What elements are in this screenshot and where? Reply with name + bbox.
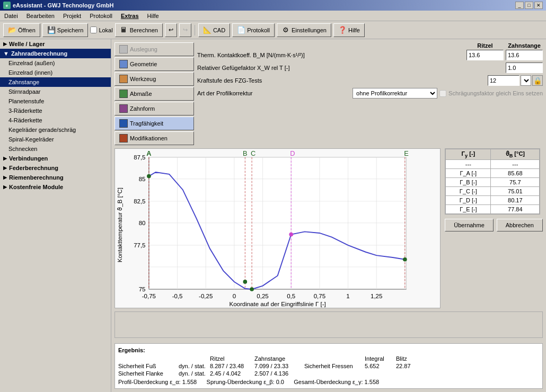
cad-button[interactable]: 📐 CAD bbox=[198, 23, 230, 37]
separator-1 bbox=[195, 25, 195, 35]
therm-ritzel-input[interactable] bbox=[466, 50, 504, 60]
sidebar-item-planetenstufe[interactable]: Planetenstufe bbox=[0, 96, 111, 106]
minimize-button[interactable]: _ bbox=[515, 2, 524, 9]
gesamt-coverage: Gesamt-Überdeckung ε_γ: 1.558 bbox=[294, 379, 379, 385]
calc-button[interactable]: 🖩 Berechnen bbox=[115, 23, 163, 37]
tragfahigkeit-button[interactable]: Tragfähigkeit bbox=[115, 117, 194, 130]
sidebar-section-welle[interactable]: ▶ Welle / Lager bbox=[0, 39, 111, 49]
svg-point-46 bbox=[243, 280, 247, 284]
open-button[interactable]: 📂 Öffnen bbox=[3, 23, 40, 37]
result-temp-cell: 85.68 bbox=[491, 169, 540, 178]
col-ritzel-header: Ritzel bbox=[466, 42, 504, 49]
column-headers: Ritzel Zahnstange bbox=[197, 42, 543, 49]
svg-text:-0,75: -0,75 bbox=[142, 293, 156, 299]
save-icon: 💾 bbox=[47, 26, 56, 34]
settings-button[interactable]: ⚙ Einstellungen bbox=[277, 23, 331, 37]
modifikationen-button[interactable]: Modifikationen bbox=[115, 131, 194, 145]
result-table-row: Γ_C [-]75.01 bbox=[446, 187, 540, 196]
kraftstufe-lock-button[interactable]: 🔒 bbox=[532, 75, 543, 86]
ubername-button[interactable]: Übernahme bbox=[445, 219, 493, 231]
results-fressen-integral: 5.652 bbox=[365, 363, 394, 369]
menu-protokoll[interactable]: Protokoll bbox=[87, 12, 115, 20]
abmasse-button[interactable]: Abmaße bbox=[115, 87, 194, 101]
zahnform-button[interactable]: Zahnform bbox=[115, 102, 194, 115]
results-blitz-header: Blitz bbox=[396, 355, 425, 362]
redo-button[interactable]: ↪ bbox=[179, 23, 191, 37]
arrow-icon: ▶ bbox=[3, 41, 7, 47]
sidebar-item-schnecken[interactable]: Schnecken bbox=[0, 144, 111, 154]
zahnform-icon bbox=[119, 104, 128, 113]
svg-point-45 bbox=[147, 174, 151, 179]
save-button[interactable]: 💾 Speichern bbox=[42, 23, 89, 37]
sidebar-item-einzelrad-aussen[interactable]: Einzelrad (außen) bbox=[0, 58, 111, 68]
toolbar: 📂 Öffnen 💾 Speichern Lokal 🖩 Berechnen ↩… bbox=[0, 21, 546, 39]
result-gamma-cell: Γ_A [-] bbox=[446, 169, 491, 178]
svg-text:75: 75 bbox=[139, 286, 146, 292]
result-panel: Γy [-] ϑB [°C] ------Γ_A [-]85.68Γ_B [-]… bbox=[445, 148, 543, 308]
gefuge-label: Relativer Gefügefaktor X_W rel T [-] bbox=[197, 65, 506, 71]
sidebar-item-drei-raeder[interactable]: 3-Räderkette bbox=[0, 106, 111, 115]
svg-text:B: B bbox=[243, 149, 248, 157]
svg-text:1: 1 bbox=[346, 293, 349, 299]
menu-datei[interactable]: Datei bbox=[2, 12, 20, 20]
menu-bearbeiten[interactable]: Bearbeiten bbox=[24, 12, 57, 20]
therm-zahnstange-input[interactable] bbox=[506, 50, 543, 60]
profilkorr-select[interactable]: ohne Profilkorrektur mit Profilkorrektur bbox=[353, 88, 437, 99]
sidebar-item-stirnradpaar[interactable]: Stirnradpaar bbox=[0, 87, 111, 96]
sidebar-section-verbindungen[interactable]: ▶ Verbindungen bbox=[0, 154, 111, 163]
kraftstufe-select[interactable] bbox=[521, 75, 531, 86]
close-button[interactable]: ✕ bbox=[534, 2, 543, 9]
help-button[interactable]: ❓ Hilfe bbox=[333, 23, 365, 37]
calc-icon: 🖩 bbox=[120, 26, 128, 34]
abbrechen-button[interactable]: Abbrechen bbox=[497, 219, 543, 231]
geometrie-icon bbox=[119, 60, 128, 68]
svg-text:D: D bbox=[290, 149, 295, 157]
undo-button[interactable]: ↩ bbox=[165, 23, 177, 37]
menu-extras[interactable]: Extras bbox=[119, 12, 141, 20]
svg-text:0,5: 0,5 bbox=[287, 293, 295, 299]
sidebar-item-spiral-kegelraeder[interactable]: Spiral-Kegelräder bbox=[0, 135, 111, 144]
arrow-icon-kostenfreie: ▶ bbox=[3, 184, 7, 190]
results-ritzel-header: Ritzel bbox=[210, 355, 252, 362]
schragung-checkbox bbox=[439, 90, 446, 97]
menu-hilfe[interactable]: Hilfe bbox=[145, 12, 161, 20]
sidebar-item-kegelraeder[interactable]: Kegelräder gerade/schräg bbox=[0, 125, 111, 135]
results-fuss-label: Sicherheit Fuß bbox=[118, 363, 177, 369]
results-fuss-zahnstange: 7.099 / 23.33 bbox=[254, 363, 302, 369]
arrow-icon-verbindungen: ▶ bbox=[3, 156, 7, 161]
col-zahnstange-header: Zahnstange bbox=[506, 42, 543, 49]
sidebar-section-riemenberechnung[interactable]: ▶ Riemenberechnung bbox=[0, 173, 111, 182]
sidebar-item-einzelrad-innen[interactable]: Einzelrad (innen) bbox=[0, 68, 111, 77]
result-gamma-cell: Γ_E [-] bbox=[446, 205, 491, 214]
result-temp-cell: --- bbox=[491, 160, 540, 169]
right-form-panel: Ritzel Zahnstange Therm. Kontaktkoeff. B… bbox=[197, 42, 543, 145]
bottom-buttons: Übernahme Abbrechen bbox=[445, 219, 543, 231]
results-flanke-zahnstange: 2.507 / 4.136 bbox=[254, 370, 302, 377]
profilkorr-label: Art der Profilkorrektur bbox=[197, 90, 353, 96]
result-gamma-cell: Γ_B [-] bbox=[446, 178, 491, 187]
gefuge-ritzel-input[interactable] bbox=[506, 63, 543, 73]
menu-projekt[interactable]: Projekt bbox=[61, 12, 83, 20]
result-temp-cell: 80.17 bbox=[491, 196, 540, 205]
svg-text:85: 85 bbox=[139, 176, 146, 182]
sidebar-zahnrad-header[interactable]: ▼ Zahnradberechnung bbox=[0, 49, 111, 58]
results-section: Ergebnis: Ritzel Zahnstange Integral Bli… bbox=[115, 343, 543, 389]
kraftstufe-input[interactable] bbox=[488, 75, 519, 86]
protocol-button[interactable]: 📄 Protokoll bbox=[232, 23, 275, 37]
geometrie-button[interactable]: Geometrie bbox=[115, 57, 194, 71]
svg-text:77,5: 77,5 bbox=[134, 242, 145, 248]
middle-area: Auslegung Geometrie Werkzeug Abmaße Zahn… bbox=[115, 42, 543, 145]
werkzeug-button[interactable]: Werkzeug bbox=[115, 72, 194, 86]
werkzeug-icon bbox=[119, 75, 128, 83]
protocol-icon: 📄 bbox=[237, 26, 245, 34]
sidebar-item-vier-raeder[interactable]: 4-Räderkette bbox=[0, 115, 111, 125]
svg-text:0: 0 bbox=[233, 293, 236, 299]
maximize-button[interactable]: □ bbox=[525, 2, 533, 9]
sidebar-section-federberechnung[interactable]: ▶ Federberechnung bbox=[0, 163, 111, 173]
sidebar-item-zahnstange[interactable]: Zahnstange bbox=[0, 77, 111, 87]
auslegung-button[interactable]: Auslegung bbox=[115, 42, 194, 56]
sidebar-section-kostenfreie[interactable]: ▶ Kostenfreie Module bbox=[0, 182, 111, 192]
sprung-coverage: Sprung-Überdeckung ε_β: 0.0 bbox=[207, 379, 284, 385]
local-checkbox[interactable] bbox=[90, 26, 97, 33]
profil-coverage: Profil-Überdeckung ε_α: 1.558 bbox=[118, 379, 197, 385]
